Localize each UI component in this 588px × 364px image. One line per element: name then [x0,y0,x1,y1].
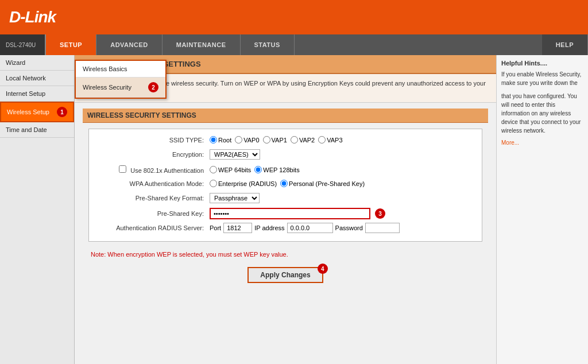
wep-64-radio[interactable]: WEP 64bits [210,166,251,173]
preshared-format-select[interactable]: Passphrase Hex [210,193,260,203]
ssid-radio-vap3[interactable]: VAP3 [318,136,342,144]
tab-maintenance[interactable]: MAINTENANCE [163,34,241,55]
radius-row: Authentication RADIUS Server: Port IP ad… [95,223,476,233]
hints-text2: that you have configured. You will need … [501,92,583,135]
encryption-row: Encryption: WPA2(AES) WPA WEP [95,148,476,161]
step-2-circle: 2 [148,82,158,92]
ssid-radio-root[interactable]: Root [210,136,231,144]
logo: D-Link [9,8,56,26]
preshared-key-row: Pre-Shared Key: 3 [95,208,476,219]
preshared-key-label: Pre-Shared Key: [95,210,210,217]
ssid-radio-vap2[interactable]: VAP2 [291,136,315,144]
apply-row: Apply Changes 4 [83,261,488,289]
wep-128-radio[interactable]: WEP 128bits [254,166,299,173]
header: D-Link [0,0,588,34]
sidebar: Wizard Local Network Internet Setup Wire… [0,55,75,364]
sidebar-item-time-and-date[interactable]: Time and Date [0,122,74,138]
main: Wizard Local Network Internet Setup Wire… [0,55,588,364]
wpa-auth-label: WPA Authentication Mode: [95,180,210,187]
step-3-circle: 3 [375,208,385,219]
preshared-format-value: Passphrase Hex [210,193,260,203]
sidebar-item-local-network[interactable]: Local Network [0,71,74,86]
encryption-select[interactable]: WPA2(AES) WPA WEP [210,149,260,160]
radius-label: Authentication RADIUS Server: [95,224,210,231]
sidebar-item-internet-setup[interactable]: Internet Setup [0,86,74,102]
submenu-wireless-security[interactable]: Wireless Security 2 [76,78,165,98]
encryption-label: Encryption: [95,151,210,158]
preshared-key-input[interactable] [210,208,370,219]
wireless-submenu: Wireless Basics Wireless Security 2 [75,60,167,99]
navbar: DSL-2740U SETUP ADVANCED MAINTENANCE STA… [0,34,588,55]
radius-password-label: Password [335,224,363,231]
8021x-row: Use 802.1x Authentication WEP 64bits WEP… [95,164,476,175]
radius-port-input[interactable] [223,223,252,233]
radius-ip-input[interactable] [287,223,333,233]
ssid-label: SSID TYPE: [95,137,210,144]
submenu-wireless-basics[interactable]: Wireless Basics [76,61,165,78]
note-text: Note: When encryption WEP is selected, y… [83,247,488,261]
radius-port-label: Port [210,224,221,231]
ssid-radio-vap0[interactable]: VAP0 [235,136,259,144]
apply-changes-button[interactable]: Apply Changes 4 [247,267,323,283]
hints-more-link[interactable]: More... [501,140,519,146]
settings-section: WIRELESS SECURITY SETTINGS SSID TYPE: Ro… [75,103,496,295]
wpa-options: Enterprise (RADIUS) Personal (Pre-Shared… [210,180,365,187]
ssid-radio-vap1[interactable]: VAP1 [263,136,287,144]
tab-help[interactable]: HELP [542,34,588,55]
encryption-value: WPA2(AES) WPA WEP [210,149,260,160]
radius-fields: Port IP address Password [210,223,400,233]
sidebar-item-wireless-setup[interactable]: Wireless Setup 1 [0,102,74,122]
settings-box: SSID TYPE: Root VAP0 VAP1 VAP2 VAP3 Encr… [88,129,482,242]
device-label: DSL-2740U [0,34,46,55]
step-1-circle: 1 [57,107,67,117]
tab-advanced[interactable]: ADVANCED [96,34,163,55]
hints-panel: Helpful Hints.... If you enable Wireless… [496,55,588,364]
content: WIRELESS SECURITY SETTINGS This page all… [75,55,496,364]
settings-title: WIRELESS SECURITY SETTINGS [83,109,488,123]
wep-options: WEP 64bits WEP 128bits [210,166,300,173]
preshared-format-row: Pre-Shared Key Format: Passphrase Hex [95,192,476,204]
hints-text1: If you enable Wireless Security, make su… [501,70,583,87]
ssid-type-row: SSID TYPE: Root VAP0 VAP1 VAP2 VAP3 [95,135,476,145]
step-4-circle: 4 [318,264,328,274]
tab-status[interactable]: STATUS [241,34,295,55]
radius-password-input[interactable] [365,223,400,233]
tab-setup[interactable]: SETUP [46,34,96,55]
radius-ip-label: IP address [254,224,284,231]
8021x-label: Use 802.1x Authentication [95,165,210,174]
wpa-enterprise-radio[interactable]: Enterprise (RADIUS) [210,180,277,187]
preshared-format-label: Pre-Shared Key Format: [95,195,210,202]
wpa-personal-radio[interactable]: Personal (Pre-Shared Key) [280,180,365,187]
sidebar-item-wizard[interactable]: Wizard [0,55,74,71]
8021x-checkbox[interactable] [119,165,126,173]
wpa-auth-row: WPA Authentication Mode: Enterprise (RAD… [95,179,476,188]
hints-title: Helpful Hints.... [501,60,583,67]
ssid-options: Root VAP0 VAP1 VAP2 VAP3 [210,136,343,144]
